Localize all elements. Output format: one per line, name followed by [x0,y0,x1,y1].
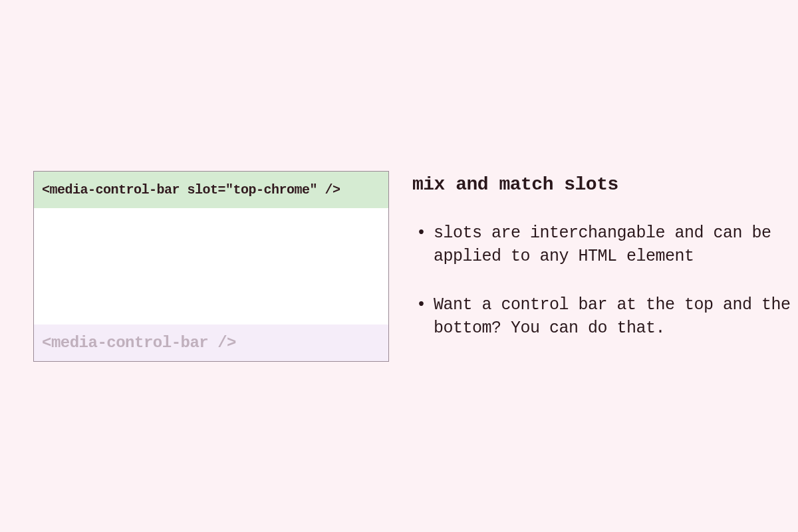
top-chrome-slot-label: <media-control-bar slot="top-chrome" /> [34,172,388,208]
slide-heading: mix and match slots [412,174,791,195]
media-player-diagram: <media-control-bar slot="top-chrome" /> … [33,171,389,362]
bullet-item: slots are interchangable and can be appl… [412,221,791,268]
bottom-slot-label: <media-control-bar /> [34,325,388,361]
bullet-list: slots are interchangable and can be appl… [412,221,791,340]
bullet-item: Want a control bar at the top and the bo… [412,293,791,340]
slide-container: <media-control-bar slot="top-chrome" /> … [0,168,798,365]
media-content-area [34,208,388,325]
text-panel: mix and match slots slots are interchang… [399,168,798,365]
diagram-panel: <media-control-bar slot="top-chrome" /> … [0,171,399,362]
